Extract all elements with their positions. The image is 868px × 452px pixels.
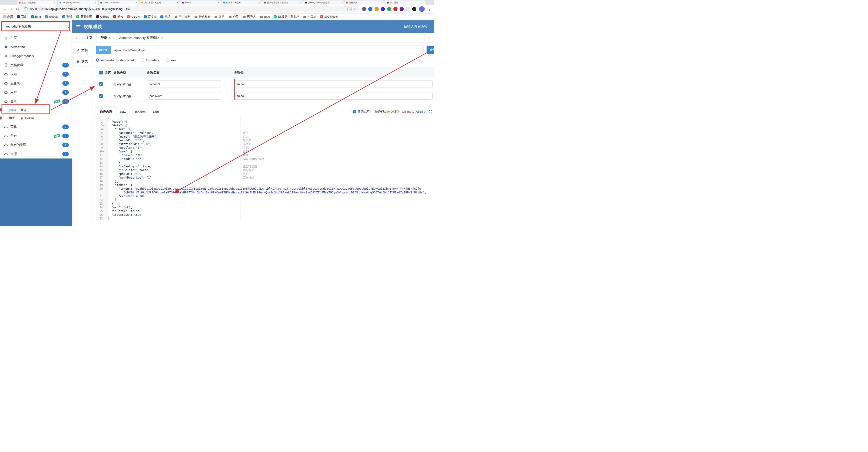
tab-debug[interactable]: 调试: [73, 57, 92, 66]
sidebar-item-菜单[interactable]: 菜单7: [0, 122, 72, 131]
extension-icon[interactable]: [368, 7, 372, 11]
profile-avatar[interactable]: [419, 6, 425, 12]
fold-toggle-icon[interactable]: ▾: [103, 183, 105, 187]
bookmark-item[interactable]: 学习资料: [174, 15, 190, 19]
sidebar-item-登录[interactable]: 登录NEW2: [0, 97, 72, 106]
module-select[interactable]: authority-权限模块 ▲▼: [3, 23, 71, 30]
tab-close-icon[interactable]: ×: [177, 1, 178, 4]
radio-icon[interactable]: [141, 58, 144, 62]
line-number[interactable]: 20: [96, 187, 106, 191]
response-tab-响应内容[interactable]: 响应内容: [96, 108, 116, 116]
bookmark-item[interactable]: CCSDN: [127, 15, 140, 19]
tab-doc[interactable]: 文档: [73, 46, 92, 55]
sidebar-item-主页[interactable]: 主页: [0, 33, 72, 43]
sidebar-item-服务表[interactable]: 服务表6: [0, 79, 72, 88]
sidebar-item-文档管理[interactable]: 文档管理3: [0, 60, 72, 69]
translate-icon[interactable]: 译: [347, 7, 351, 11]
bookmark-item[interactable]: 笔记: [160, 15, 170, 19]
row-checkbox[interactable]: ✓: [99, 82, 103, 86]
fold-toggle-icon[interactable]: ▾: [103, 116, 105, 120]
line-number[interactable]: 19▾: [96, 183, 106, 187]
line-number[interactable]: 3▾: [96, 123, 106, 127]
sidebar-item-Swagger Models[interactable]: Swagger Models: [0, 51, 72, 60]
open-tab-Authorize-authority-权限模块[interactable]: Authorize-authority-权限模块×: [115, 33, 167, 43]
tab-close-icon[interactable]: ×: [54, 1, 55, 4]
extension-icon[interactable]: [381, 7, 385, 11]
param-name-input[interactable]: [147, 92, 221, 100]
page-info-icon[interactable]: ⓘ: [24, 7, 27, 11]
tab-close-icon[interactable]: ×: [95, 1, 96, 4]
tab-close-icon[interactable]: ×: [109, 36, 111, 39]
tabs-scroll-right-icon[interactable]: »: [425, 33, 434, 43]
browser-tab[interactable]: 主页 - 温故知新×: [17, 0, 57, 5]
extension-icon[interactable]: [406, 7, 410, 11]
line-number[interactable]: 1▾: [96, 116, 106, 120]
response-tab-Curl[interactable]: Curl: [149, 108, 162, 116]
tab-close-icon[interactable]: ×: [136, 1, 137, 4]
param-value-input[interactable]: [234, 80, 433, 88]
line-number[interactable]: 8: [96, 142, 106, 146]
line-number[interactable]: 21: [96, 194, 106, 198]
content-type-option[interactable]: x-www-form-urlencoded: [96, 58, 134, 62]
forward-icon[interactable]: →: [9, 7, 13, 11]
line-number[interactable]: 14: [96, 165, 106, 168]
line-number[interactable]: 9: [96, 146, 106, 150]
line-number[interactable]: 18: [96, 179, 106, 183]
sidebar-api-post-登录[interactable]: POST登录: [0, 106, 72, 114]
line-number[interactable]: 7: [96, 139, 106, 142]
line-number[interactable]: 16: [96, 172, 106, 176]
browser-tab[interactable]: 刻意练习与边界×: [221, 0, 262, 5]
request-url-input[interactable]: /api/authority/anno/login: [111, 46, 424, 54]
response-tab-Headers[interactable]: Headers: [130, 108, 149, 116]
line-number[interactable]: 13: [96, 161, 106, 165]
line-number[interactable]: 2: [96, 120, 106, 123]
bookmark-item[interactable]: 已导入: [243, 15, 256, 19]
param-value-input[interactable]: [234, 92, 433, 100]
bookmark-item[interactable]: G码云: [113, 15, 123, 19]
extension-icon[interactable]: [412, 7, 416, 11]
line-number[interactable]: 26: [96, 213, 106, 217]
line-number[interactable]: 10▾: [96, 150, 106, 153]
sidebar-api-get-验证token[interactable]: GET验证token: [0, 114, 72, 122]
tab-close-icon[interactable]: ×: [259, 1, 260, 4]
browser-tab[interactable]: hbase×: [180, 0, 221, 5]
tabs-scroll-left-icon[interactable]: «: [72, 33, 82, 43]
browser-tab[interactable]: github_pusher实战指南×: [303, 0, 344, 5]
browser-tab[interactable]: 产品原型 - 凤凰网×: [140, 0, 180, 5]
tab-close-icon[interactable]: ×: [161, 36, 163, 39]
url-box[interactable]: ⓘ 127.0.0.1:8760/api/gate/doc.html#/auth…: [22, 6, 359, 12]
menu-kebab-icon[interactable]: ⋮: [428, 7, 431, 11]
bookmark-item[interactable]: T1024Tools: [320, 15, 338, 19]
bookmark-item[interactable]: O开源中国: [76, 15, 92, 19]
line-number[interactable]: 5: [96, 131, 106, 135]
line-number[interactable]: 12: [96, 157, 106, 161]
line-number[interactable]: 24: [96, 205, 106, 209]
sidebar-item-Authorize[interactable]: Authorize: [0, 43, 72, 51]
line-number[interactable]: 15: [96, 168, 106, 172]
tab-close-icon[interactable]: ×: [218, 1, 219, 4]
bookmark-item[interactable]: 译翻译: [62, 15, 72, 19]
menu-toggle-icon[interactable]: [76, 27, 81, 27]
line-number[interactable]: 4▾: [96, 127, 106, 131]
reload-icon[interactable]: ↻: [16, 7, 19, 11]
sidebar-item-角色的资源[interactable]: 角色的资源1: [0, 140, 72, 149]
sidebar-item-角色[interactable]: 角色NEW8: [0, 131, 72, 140]
extension-icon[interactable]: [393, 7, 398, 11]
content-type-option[interactable]: form-data: [141, 58, 159, 62]
extension-icon[interactable]: [374, 7, 379, 11]
bookmark-item[interactable]: 百度: [17, 15, 27, 19]
line-number[interactable]: 22: [96, 198, 106, 202]
line-number[interactable]: 6: [96, 135, 106, 139]
line-number[interactable]: 25: [96, 209, 106, 213]
browser-tab[interactable]: 国家标准参考文献引用×: [262, 0, 303, 5]
sidebar-item-用户[interactable]: 用户9: [0, 88, 72, 97]
open-tab-登录[interactable]: 登录×: [97, 33, 115, 43]
tab-close-icon[interactable]: ×: [423, 1, 424, 4]
line-number[interactable]: [96, 191, 106, 194]
radio-icon[interactable]: [166, 58, 169, 62]
browser-tab[interactable]: 凤凰新闻×: [344, 0, 384, 5]
fold-toggle-icon[interactable]: ▾: [103, 123, 105, 127]
bookmark-item[interactable]: 什么都有: [194, 15, 210, 19]
tab-close-icon[interactable]: ×: [341, 1, 342, 4]
header-search[interactable]: 请输入搜索内容: [404, 24, 428, 29]
